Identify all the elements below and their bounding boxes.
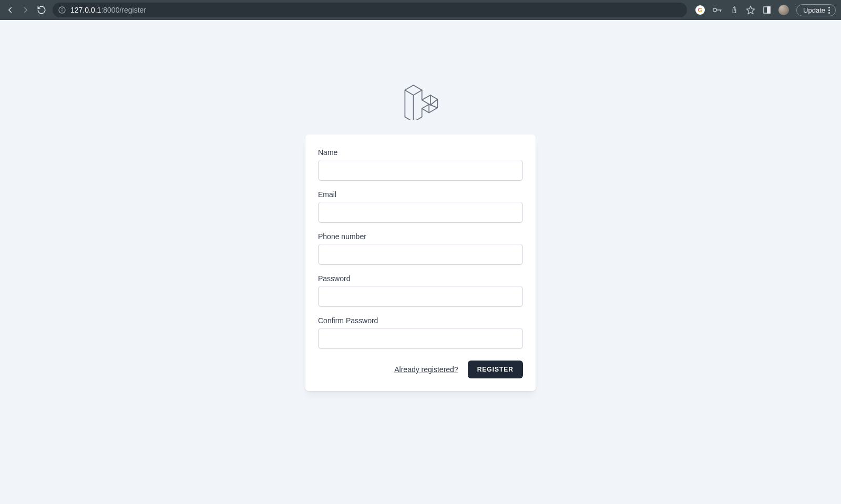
info-icon [58,6,66,14]
back-button[interactable] [5,5,15,15]
google-icon[interactable]: G [695,5,705,15]
address-bar[interactable]: 127.0.0.1:8000/register [53,3,687,17]
confirm-field: Confirm Password [318,316,523,349]
profile-avatar[interactable] [778,5,789,15]
password-field: Password [318,274,523,307]
laravel-logo [402,83,439,120]
panel-icon[interactable] [763,6,771,14]
chrome-right-icons: G Update [695,4,836,16]
update-button[interactable]: Update [796,4,836,16]
register-button[interactable]: REGISTER [468,361,523,378]
forward-button[interactable] [21,5,30,15]
phone-label: Phone number [318,232,523,241]
svg-rect-8 [767,7,770,13]
already-registered-link[interactable]: Already registered? [394,365,458,374]
svg-marker-6 [747,6,755,14]
name-input[interactable] [318,160,523,181]
register-card: Name Email Phone number Password Confirm… [305,135,536,391]
url-text: 127.0.0.1:8000/register [70,6,146,14]
name-label: Name [318,148,523,157]
form-actions: Already registered? REGISTER [318,361,523,378]
kebab-icon [828,7,830,14]
email-label: Email [318,190,523,199]
svg-point-3 [713,8,717,12]
reload-button[interactable] [37,5,46,15]
email-input[interactable] [318,202,523,223]
update-label: Update [803,6,825,14]
password-label: Password [318,274,523,283]
browser-chrome: 127.0.0.1:8000/register G Update [0,0,841,20]
url-path: :8000/register [101,6,146,14]
svg-point-2 [62,8,63,9]
key-icon[interactable] [712,6,723,14]
share-icon[interactable] [730,5,739,15]
page-content: Name Email Phone number Password Confirm… [0,20,841,504]
star-icon[interactable] [746,5,755,15]
confirm-label: Confirm Password [318,316,523,325]
confirm-input[interactable] [318,328,523,349]
svg-rect-5 [720,9,721,12]
nav-buttons [5,5,46,15]
url-host: 127.0.0.1 [70,6,101,14]
name-field: Name [318,148,523,181]
email-field: Email [318,190,523,223]
phone-input[interactable] [318,244,523,265]
password-input[interactable] [318,286,523,307]
phone-field: Phone number [318,232,523,265]
